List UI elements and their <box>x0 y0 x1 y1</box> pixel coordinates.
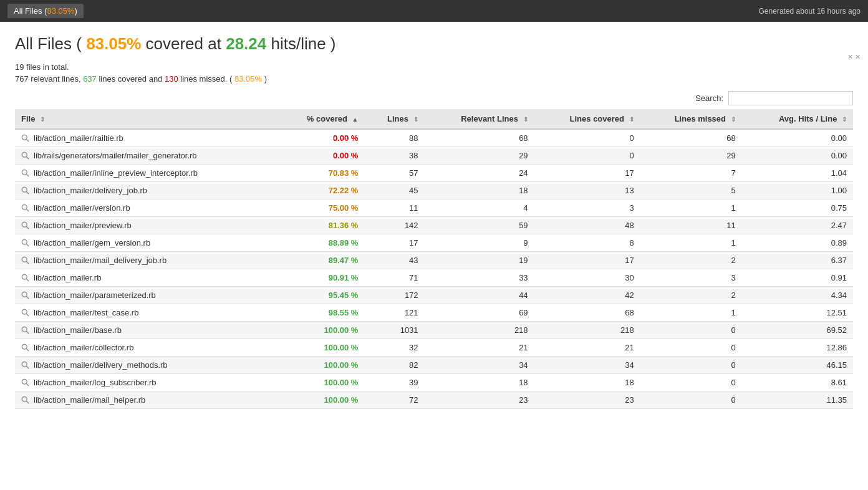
covered-cell: 18 <box>534 374 640 392</box>
close-button[interactable]: ✕ ✕ <box>847 53 861 61</box>
svg-point-16 <box>22 274 27 279</box>
covered-cell: 48 <box>534 217 640 234</box>
avg-cell: 6.37 <box>742 252 853 269</box>
svg-line-23 <box>26 331 29 334</box>
pct-value: 100.00 % <box>324 360 358 370</box>
col-pct-covered[interactable]: % covered ▲ <box>276 109 365 129</box>
file-link[interactable]: lib/action_mailer/test_case.rb <box>34 308 138 317</box>
table-row: lib/action_mailer/mail_helper.rb 100.00 … <box>15 392 853 409</box>
file-link[interactable]: lib/action_mailer/parameterized.rb <box>34 291 156 300</box>
col-relevant-lines[interactable]: Relevant Lines ⇕ <box>425 109 534 129</box>
lines-cell: 1031 <box>364 322 424 339</box>
file-cell: lib/action_mailer/mail_helper.rb <box>15 392 276 409</box>
missed-cell: 0 <box>640 339 742 357</box>
pct-cell: 100.00 % <box>276 322 365 339</box>
avg-sort-icon: ⇕ <box>842 116 847 123</box>
relevant-cell: 59 <box>425 217 534 234</box>
covered-count: 637 <box>83 74 97 84</box>
file-link[interactable]: lib/action_mailer/base.rb <box>34 325 122 335</box>
covered-cell: 8 <box>534 234 640 252</box>
pct-cell: 95.45 % <box>276 287 365 304</box>
pct-value: 0.00 % <box>333 151 358 160</box>
file-link[interactable]: lib/action_mailer/version.rb <box>34 203 130 213</box>
col-lines-covered[interactable]: Lines covered ⇕ <box>534 109 640 129</box>
missed-cell: 11 <box>640 217 742 234</box>
file-cell: lib/rails/generators/mailer/mailer_gener… <box>15 147 276 165</box>
avg-cell: 0.75 <box>742 199 853 217</box>
covered-cell: 30 <box>534 269 640 287</box>
table-row: lib/action_mailer/delivery_job.rb 72.22 … <box>15 182 853 199</box>
magnify-icon <box>21 169 30 178</box>
relevant-cell: 24 <box>425 165 534 182</box>
pct-cell: 100.00 % <box>276 357 365 374</box>
lines-cell: 71 <box>364 269 424 287</box>
svg-point-12 <box>22 239 27 244</box>
lines-cell: 17 <box>364 234 424 252</box>
magnify-icon <box>21 309 30 317</box>
table-row: lib/action_mailer/version.rb 75.00 %1143… <box>15 199 853 217</box>
file-link[interactable]: lib/action_mailer/railtie.rb <box>34 133 123 143</box>
file-link[interactable]: lib/action_mailer/inline_preview_interce… <box>34 168 198 178</box>
svg-line-11 <box>26 226 29 229</box>
file-cell: lib/action_mailer/delivery_job.rb <box>15 182 276 199</box>
covered-cell: 68 <box>534 304 640 322</box>
avg-cell: 12.86 <box>742 339 853 357</box>
file-link[interactable]: lib/action_mailer/delivery_methods.rb <box>34 360 168 370</box>
file-link[interactable]: lib/action_mailer/mail_helper.rb <box>34 395 145 405</box>
col-file[interactable]: File ⇕ <box>15 109 276 129</box>
search-input[interactable] <box>728 91 853 105</box>
table-row: lib/action_mailer/log_subscriber.rb 100.… <box>15 374 853 392</box>
pct-cell: 100.00 % <box>276 339 365 357</box>
summary-close: ) <box>262 74 267 84</box>
col-lines-missed[interactable]: Lines missed ⇕ <box>640 109 742 129</box>
tab-pct: 83.05% <box>47 6 74 16</box>
table-row: lib/action_mailer/base.rb 100.00 %103121… <box>15 322 853 339</box>
col-avg-hits[interactable]: Avg. Hits / Line ⇕ <box>742 109 853 129</box>
missed-cell: 68 <box>640 129 742 147</box>
table-row: lib/action_mailer/collector.rb 100.00 %3… <box>15 339 853 357</box>
missed-cell: 2 <box>640 287 742 304</box>
relevant-cell: 18 <box>425 182 534 199</box>
file-cell: lib/action_mailer/preview.rb <box>15 217 276 234</box>
svg-line-31 <box>26 401 29 403</box>
pct-cell: 88.89 % <box>276 234 365 252</box>
covered-cell: 0 <box>534 129 640 147</box>
file-link[interactable]: lib/action_mailer/mail_delivery_job.rb <box>34 256 166 265</box>
tab-label-end: ) <box>75 6 77 16</box>
file-link[interactable]: lib/action_mailer/delivery_job.rb <box>34 186 147 195</box>
file-link[interactable]: lib/action_mailer.rb <box>34 273 101 282</box>
tab-all-files[interactable]: All Files (83.05%) <box>7 4 84 18</box>
col-lines[interactable]: Lines ⇕ <box>364 109 424 129</box>
svg-line-25 <box>26 348 29 351</box>
pct-cell: 0.00 % <box>276 147 365 165</box>
file-link[interactable]: lib/action_mailer/preview.rb <box>34 221 132 230</box>
svg-line-15 <box>26 261 29 264</box>
lines-cell: 172 <box>364 287 424 304</box>
file-link[interactable]: lib/action_mailer/log_subscriber.rb <box>34 378 157 387</box>
file-link[interactable]: lib/action_mailer/gem_version.rb <box>34 238 150 247</box>
svg-line-7 <box>26 191 29 194</box>
file-link[interactable]: lib/rails/generators/mailer/mailer_gener… <box>34 151 197 160</box>
svg-line-17 <box>26 279 29 281</box>
magnify-icon <box>21 291 30 300</box>
lines-cell: 43 <box>364 252 424 269</box>
svg-point-2 <box>22 152 27 157</box>
file-link[interactable]: lib/action_mailer/collector.rb <box>34 343 133 352</box>
magnify-icon <box>21 361 30 370</box>
table-row: lib/action_mailer/inline_preview_interce… <box>15 165 853 182</box>
top-bar: All Files (83.05%) Generated about 16 ho… <box>0 0 868 22</box>
lines-cell: 72 <box>364 392 424 409</box>
summary-start: 767 relevant lines, <box>15 74 83 84</box>
pct-value: 90.91 % <box>329 273 359 282</box>
svg-line-9 <box>26 209 29 211</box>
svg-point-14 <box>22 257 27 262</box>
table-row: lib/action_mailer/delivery_methods.rb 10… <box>15 357 853 374</box>
magnify-icon <box>21 378 30 387</box>
search-label: Search: <box>695 94 723 103</box>
magnify-icon <box>21 186 30 195</box>
svg-line-19 <box>26 296 29 299</box>
pct-value: 100.00 % <box>324 343 358 352</box>
magnify-icon <box>21 221 30 230</box>
avg-cell: 0.00 <box>742 129 853 147</box>
title-end: hits/line ) <box>266 34 335 53</box>
